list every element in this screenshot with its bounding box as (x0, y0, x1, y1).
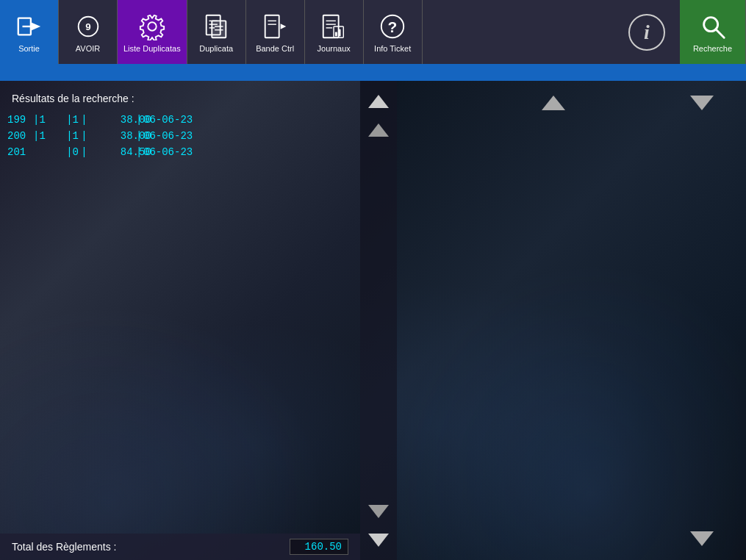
col-sep: |1 (33, 130, 48, 142)
col-sep3: | (62, 114, 77, 126)
table-row[interactable]: 199 |1 |1 | 38.00 | 06-06-23 (0, 112, 360, 128)
scroll-bottom-button[interactable] (364, 527, 393, 553)
table-row[interactable]: 200 |1 |1 | 38.00 | 06-06-23 (0, 128, 360, 144)
right-bottom-right (687, 524, 717, 553)
right-top-center (539, 88, 568, 117)
col-pipe: | (136, 114, 143, 126)
double-down-icon (368, 534, 389, 547)
down-icon (368, 505, 389, 518)
liste-duplicatas-label: Liste Duplicatas (123, 44, 181, 53)
left-footer: Total des Règlements : 160.50 (0, 534, 360, 560)
svg-rect-12 (265, 15, 279, 37)
col-sep: |1 (33, 114, 48, 126)
right-top-right (687, 88, 717, 117)
doc-chart-icon (319, 12, 348, 41)
duplicata-button[interactable]: Duplicata (187, 0, 246, 64)
toolbar-spacer: i (423, 0, 680, 64)
sortie-button[interactable]: Sortie (0, 0, 59, 64)
row-amount: 38.00 (77, 114, 136, 126)
search-results-title: Résultats de la recherche : (0, 88, 360, 112)
right-down-icon-bottom (690, 531, 714, 546)
svg-line-26 (715, 29, 723, 37)
total-label: Total des Règlements : (12, 541, 116, 553)
avoir-button[interactable]: 9 AVOIR (59, 0, 118, 64)
journaux-label: Journaux (318, 44, 351, 53)
svg-rect-21 (339, 29, 341, 36)
exit-icon (15, 12, 44, 41)
right-up-button[interactable] (539, 90, 568, 115)
info-ticket-button[interactable]: ? Info Ticket (364, 0, 423, 64)
row-date: 06-06-23 (143, 130, 217, 142)
row-id: 201 (7, 146, 33, 158)
water-overlay-left (0, 273, 360, 560)
question-icon: ? (378, 12, 407, 41)
liste-duplicatas-button[interactable]: Liste Duplicatas (118, 0, 187, 64)
right-down-icon-top (690, 96, 714, 110)
double-up-icon (368, 95, 389, 108)
journaux-button[interactable]: Journaux (305, 0, 364, 64)
row-id: 199 (7, 114, 33, 126)
right-up-icon (542, 96, 565, 110)
col-sep (33, 146, 48, 158)
left-panel: Résultats de la recherche : 199 |1 |1 | … (0, 81, 360, 560)
row-date: 06-06-23 (143, 146, 217, 158)
scroll-buttons-left (360, 81, 397, 560)
sortie-label: Sortie (18, 44, 40, 53)
row-date: 06-06-23 (143, 114, 217, 126)
col-sep2: |0 (48, 146, 62, 158)
col-sep2: |1 (48, 130, 62, 142)
recherche-button[interactable]: Recherche (680, 0, 746, 64)
row-amount: 84.50 (77, 146, 136, 158)
col-sep3: | (62, 146, 77, 158)
duplicata-label: Duplicata (199, 44, 233, 53)
toolbar: Sortie 9 AVOIR Liste Duplicatas (0, 0, 746, 66)
results-table: 199 |1 |1 | 38.00 | 06-06-23 200 |1 |1 | (0, 112, 360, 160)
info-icon-area: i (621, 14, 673, 51)
water-overlay-right (360, 225, 746, 560)
total-value: 160.50 (290, 539, 348, 555)
col-sep2: |1 (48, 114, 62, 126)
svg-text:?: ? (388, 18, 398, 35)
main-content: Résultats de la recherche : 199 |1 |1 | … (0, 81, 746, 560)
svg-rect-9 (212, 21, 226, 37)
svg-rect-22 (335, 33, 337, 35)
bande-ctrl-button[interactable]: Bande Ctrl (246, 0, 305, 64)
right-down-top-button[interactable] (687, 90, 717, 115)
info-ticket-label: Info Ticket (374, 44, 411, 53)
col-pipe: | (136, 130, 143, 142)
scroll-up-button[interactable] (364, 117, 393, 143)
scroll-down-button[interactable] (364, 498, 393, 524)
gear-icon (137, 12, 167, 41)
svg-text:9: 9 (85, 21, 90, 32)
avoir-label: AVOIR (76, 44, 100, 53)
row-amount: 38.00 (77, 130, 136, 142)
svg-point-4 (148, 22, 156, 30)
recherche-label: Recherche (693, 44, 732, 53)
row-id: 200 (7, 130, 33, 142)
coin-icon: 9 (73, 12, 103, 41)
right-down-bottom-button[interactable] (687, 525, 717, 551)
col-pipe: | (136, 146, 143, 158)
up-icon (368, 123, 389, 137)
doc-lines-icon (201, 12, 231, 41)
bande-ctrl-label: Bande Ctrl (256, 44, 294, 53)
blue-bar (0, 66, 746, 81)
doc-arrow-icon (260, 12, 290, 41)
col-sep3: | (62, 130, 77, 142)
search-icon (698, 12, 728, 41)
scroll-top-top-button[interactable] (364, 88, 393, 114)
info-circle-icon: i (628, 14, 665, 51)
results-content: Résultats de la recherche : 199 |1 |1 | … (0, 81, 360, 168)
table-row[interactable]: 201 |0 | 84.50 | 06-06-23 (0, 144, 360, 160)
right-panel (360, 81, 746, 560)
